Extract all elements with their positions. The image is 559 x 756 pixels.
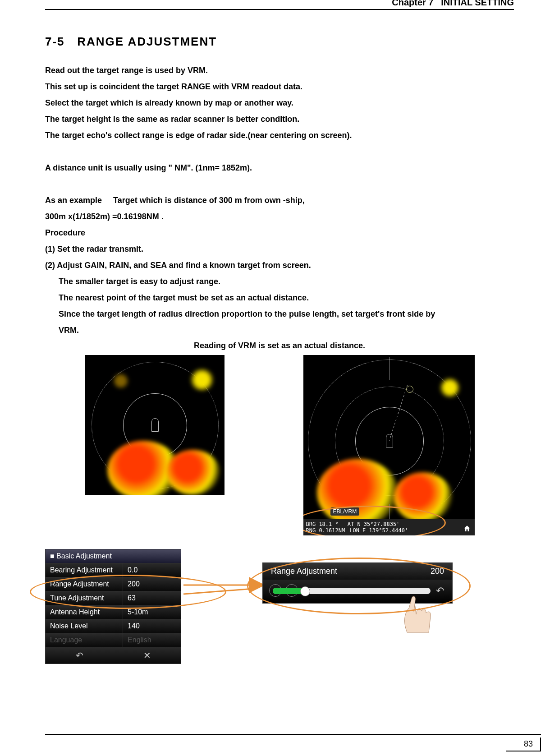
close-button[interactable]: ✕ (113, 647, 181, 664)
step-2b: The nearest point of the target must be … (45, 290, 514, 306)
menu-label: Language (46, 633, 123, 647)
para-4: The target height is the same as radar s… (45, 111, 514, 127)
highlight-circle-slider (247, 558, 471, 614)
procedure-label: Procedure (45, 225, 514, 241)
step-2c: Since the target length of radius direct… (45, 306, 514, 322)
footer-rule (45, 734, 541, 735)
section-name: RANGE ADJUSTMENT (77, 35, 217, 48)
step-1: (1) Set the radar transmit. (45, 241, 514, 257)
basic-adjustment-menu: ■ Basic Adjustment Bearing Adjustment 0.… (45, 549, 181, 664)
body-text: Read out the target range is used by VRM… (45, 62, 514, 338)
menu-row-language: Language English (46, 633, 181, 647)
menu-value: English (123, 633, 181, 647)
para-6: A distance unit is usually using " NM". … (45, 160, 514, 176)
menu-header: ■ Basic Adjustment (46, 549, 181, 563)
para-7: As an example Target which is distance o… (45, 192, 514, 208)
para-3: Select the target which is already known… (45, 95, 514, 111)
menu-row-noise[interactable]: Noise Level 140 (46, 619, 181, 633)
section-title: 7-5 RANGE ADJUSTMENT (45, 35, 514, 49)
step-2d: VRM. (45, 322, 514, 338)
range-adjustment-panel: Range Adjustment 200 − + ↶ .slider-panel… (262, 562, 453, 604)
chapter-label: Chapter 7 (392, 0, 433, 7)
radar-screenshot-right: EBL/VRM BRG 18.1 ° AT N 35°27.8835' RNG … (303, 355, 475, 535)
section-number: 7-5 (45, 35, 65, 48)
home-icon[interactable] (463, 525, 471, 533)
chapter-title: INITIAL SETTING (441, 0, 514, 7)
back-button[interactable]: ↶ (46, 647, 113, 664)
para-2: This set up is coincident the target RAN… (45, 78, 514, 95)
figure-caption: Reading of VRM is set as an actual dista… (45, 341, 514, 350)
highlight-circle-menu (30, 575, 226, 609)
header-rule (45, 9, 514, 10)
para-1: Read out the target range is used by VRM… (45, 62, 514, 78)
step-2a: The smaller target is easy to adjust ran… (45, 273, 514, 290)
radar-screenshot-left (85, 355, 225, 495)
menu-value: 140 (123, 619, 181, 633)
menu-label: Noise Level (46, 619, 123, 633)
para-5: The target echo's collect range is edge … (45, 127, 514, 143)
para-8: 300m x(1/1852m) =0.16198NM . (45, 208, 514, 225)
header-text: Chapter 7 INITIAL SETTING (45, 0, 514, 8)
page-number: 83 (506, 738, 541, 751)
step-2: (2) Adjust GAIN, RAIN, and SEA and find … (45, 257, 514, 273)
